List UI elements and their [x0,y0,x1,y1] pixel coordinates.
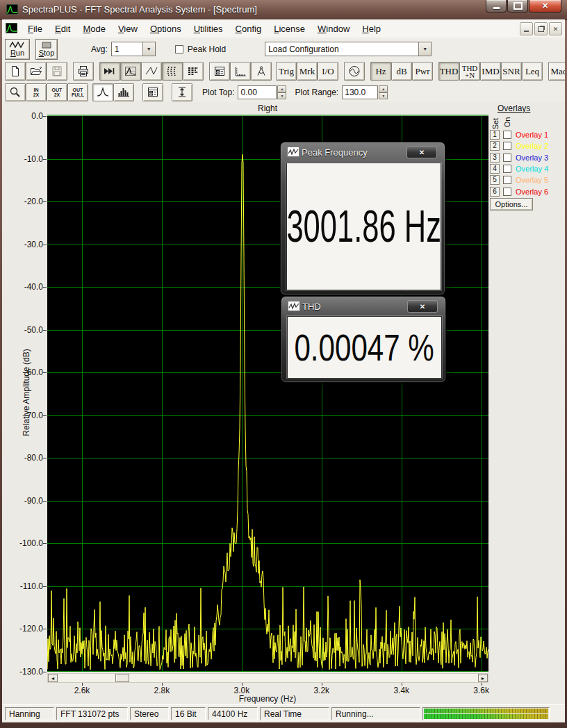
calipers-button[interactable] [251,62,272,81]
bar-display-button[interactable] [113,83,134,101]
snr-button[interactable]: SNR [501,62,522,81]
close-button[interactable]: ✕ [529,0,561,13]
plot-range-input[interactable] [342,85,378,99]
menu-options[interactable]: Options [144,20,188,38]
menu-edit[interactable]: Edit [49,20,76,38]
overlay-5-set-button[interactable]: 5 [490,175,500,185]
thd-display: 0.00047 % [287,316,442,379]
peak-frequency-window[interactable]: Peak Frequency ✕ 3001.86 Hz [280,142,445,295]
peak-curve-icon [96,86,110,98]
plot-top-input[interactable] [238,85,277,99]
zoom-in-2x-button[interactable]: IN 2X [26,83,47,101]
zoom-tool-button[interactable] [5,83,26,101]
load-configuration-select[interactable]: Load Configuration ▼ [265,42,432,56]
zoom-out-2x-button[interactable]: OUT 2X [47,83,67,101]
menu-license[interactable]: License [268,20,311,38]
trigger-button[interactable]: Trig [276,62,297,81]
channel-title: Right [198,104,337,113]
waterfall-view-icon [165,65,179,77]
plot-h-scrollbar[interactable]: ◄ ► [47,673,488,683]
overlay-2-checkbox[interactable] [503,142,511,150]
avg-select[interactable]: 1 ▼ [111,42,156,56]
hz-button[interactable]: Hz [370,62,391,81]
spectrum-view-button[interactable] [120,62,141,81]
overlay-6-checkbox[interactable] [503,188,511,196]
io-label: I/O [322,66,334,77]
signal-generator-button[interactable] [344,62,365,81]
display-settings-button[interactable] [209,62,230,81]
spin-down-icon[interactable]: ▼ [379,92,388,99]
io-button[interactable]: I/O [318,62,338,81]
fast-forward-button[interactable] [99,62,120,81]
thd-window[interactable]: THD ✕ 0.00047 % [281,296,446,383]
thd-button[interactable]: THD [438,62,459,81]
menu-window[interactable]: Window [311,20,356,38]
open-file-icon [29,65,43,77]
mdi-minimize-button[interactable] [520,22,533,35]
menu-view[interactable]: View [112,20,144,38]
waterfall-view-button[interactable] [162,62,183,81]
thd-n-button[interactable]: THD +N [459,62,480,81]
overlay-4-checkbox[interactable] [503,165,511,173]
zoom-out-2x-label-1: OUT [52,88,63,92]
save-file-button[interactable] [47,62,67,81]
minimize-button[interactable] [486,0,507,13]
overlay-3-checkbox[interactable] [503,154,511,162]
spin-up-icon[interactable]: ▲ [379,85,388,92]
overlay-1-checkbox[interactable] [503,131,511,139]
overlay-5-checkbox[interactable] [503,176,511,184]
zoom-out-full-button[interactable]: OUT FULL [67,83,88,101]
menu-file[interactable]: File [22,20,49,38]
scroll-right-button[interactable]: ► [478,674,488,682]
mdi-restore-button[interactable] [534,22,548,35]
plot-range-spinner[interactable]: ▲▼ [379,85,388,99]
peak-frequency-close-button[interactable]: ✕ [406,146,437,158]
window-title: SpectraPLUS - FFT Spectral Analysis Syst… [22,4,257,15]
print-button[interactable] [73,62,94,81]
mdi-close-button[interactable]: ✕ [549,22,562,35]
scroll-left-button[interactable]: ◄ [48,674,58,682]
stop-button[interactable]: Stop [35,39,58,60]
thd-close-button[interactable]: ✕ [407,300,438,313]
spin-down-icon[interactable]: ▼ [277,92,286,99]
pwr-button[interactable]: Pwr [412,62,433,81]
overlay-3-label: Overlay 3 [516,154,548,162]
hz-label: Hz [375,66,386,77]
maximize-button[interactable] [507,0,528,13]
plot-options-button[interactable] [142,83,163,101]
peak-hold-checkbox[interactable] [175,45,183,53]
waveform-view-button[interactable] [141,62,162,81]
marker-button[interactable]: Mrk [297,62,318,81]
overlay-3-set-button[interactable]: 3 [490,153,500,163]
overlay-4-set-button[interactable]: 4 [490,164,500,174]
new-file-button[interactable] [5,62,26,81]
scrollbar-thumb[interactable] [115,674,130,682]
fast-forward-icon [103,65,117,77]
leq-button[interactable]: Leq [522,62,543,81]
run-button[interactable]: Run [5,39,30,60]
caption-buttons: ✕ [485,0,561,13]
menu-config[interactable]: Config [229,20,268,38]
open-file-button[interactable] [26,62,47,81]
overlay-6-set-button[interactable]: 6 [490,187,500,197]
mac-button[interactable]: Mac [548,62,565,81]
status-panel-1: Real Time [260,707,329,720]
ruler-button[interactable] [230,62,251,81]
sonogram-view-button[interactable] [183,62,204,81]
plot-top-spinner[interactable]: ▲▼ [277,85,286,99]
overlays-options-button[interactable]: Options... [490,198,533,210]
overlay-2-set-button[interactable]: 2 [490,141,500,151]
menu-mode[interactable]: Mode [76,20,112,38]
toolbar-transport: Run Stop Avg: 1 ▼ Peak Hold Load Configu… [2,38,565,61]
stop-square-icon [42,42,51,49]
menu-help[interactable]: Help [356,20,387,38]
overlay-row-3: 3Overlay 3 [490,152,548,163]
menu-utilities[interactable]: Utilities [188,20,229,38]
imd-button[interactable]: IMD [480,62,501,81]
overlay-1-set-button[interactable]: 1 [490,130,500,140]
vertical-range-button[interactable] [172,83,192,101]
spin-up-icon[interactable]: ▲ [277,85,286,92]
db-button[interactable]: dB [391,62,412,81]
signal-generator-icon [347,65,361,77]
peak-curve-button[interactable] [92,83,113,101]
